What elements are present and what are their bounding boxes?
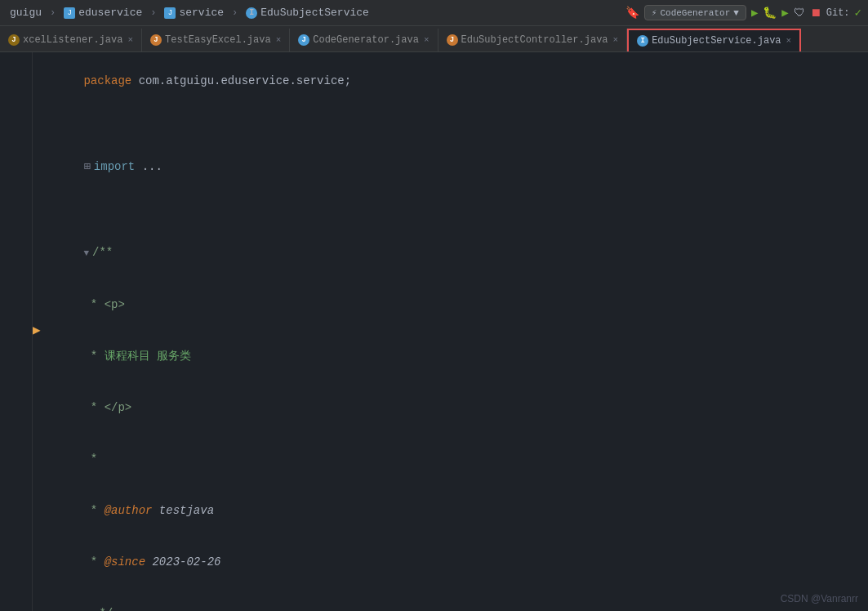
line-number-gutter: [0, 52, 33, 611]
code-line-doc-p2: * </p>: [42, 382, 868, 434]
nav-guigu[interactable]: guigu: [7, 5, 45, 20]
code-line-docstart: ▼/**: [42, 227, 868, 279]
doc-ast-author: *: [83, 504, 104, 517]
run2-icon[interactable]: ▶: [781, 6, 788, 20]
annotation-author: @author: [105, 504, 153, 517]
bookmark-icon[interactable]: 🔖: [625, 6, 639, 20]
code-line-doc-end: ▼ */: [42, 588, 868, 611]
fold-import-icon[interactable]: ⊞: [83, 160, 90, 173]
tab-label-test: TestEasyExcel.java: [165, 34, 271, 46]
pkg-semi: ;: [345, 74, 351, 87]
dropdown-arrow-icon: ▼: [733, 8, 739, 18]
service-file-icon: J: [164, 7, 176, 19]
tab-label-xcel: xcelListener.java: [23, 34, 122, 46]
code-line-doc-author: * @author testjava: [42, 485, 868, 537]
fold-doc-icon[interactable]: ▼: [83, 248, 89, 258]
tab-label-codegen: CodeGenerator.java: [313, 34, 419, 46]
stop-icon[interactable]: ⏹: [810, 7, 821, 20]
kw-import: import: [94, 160, 135, 173]
editor-area: package com.atguigu.eduservice.service; …: [0, 52, 868, 611]
tab-close-codegen[interactable]: ×: [424, 35, 430, 45]
doc-ast-since: *: [83, 555, 104, 569]
code-line-blank2: [42, 124, 868, 141]
interface-label: EduSubjectService: [260, 7, 369, 19]
tab-testeasyexcel[interactable]: J TestEasyExcel.java ×: [142, 29, 290, 51]
doc-close: */: [92, 607, 113, 611]
codegen-label: CodeGenerator: [660, 8, 730, 18]
pkg-name: com.atguigu.eduservice.service: [139, 74, 345, 87]
shield-icon[interactable]: 🛡: [794, 7, 805, 20]
nav-eduservice[interactable]: J eduservice: [60, 5, 145, 20]
code-line-blank3: [42, 193, 868, 210]
git-label: Git:: [826, 7, 850, 19]
sep3: ›: [232, 7, 238, 19]
tab-close-test[interactable]: ×: [276, 35, 282, 45]
import-dots: ...: [135, 160, 162, 173]
codegenerator-button[interactable]: ⚡ CodeGenerator ▼: [644, 5, 746, 20]
codegen-icon: ⚡: [652, 7, 657, 18]
annotation-since: @since: [105, 555, 145, 569]
doc-blank-ast: *: [83, 453, 97, 466]
tab-label-service: EduSubjectService.java: [652, 35, 781, 47]
code-line-blank4: [42, 210, 868, 227]
debug-icon[interactable]: 🐛: [763, 6, 777, 20]
guigu-label: guigu: [10, 7, 42, 19]
tab-label-controller: EduSubjectController.java: [461, 34, 608, 46]
code-line-1: package com.atguigu.eduservice.service;: [42, 56, 868, 107]
tab-codegenerator[interactable]: J CodeGenerator.java ×: [290, 29, 438, 51]
tab-close-xcel[interactable]: ×: [127, 35, 133, 45]
tabs-bar: J xcelListener.java × J TestEasyExcel.ja…: [0, 26, 868, 52]
nav-edusubjectservice[interactable]: I EduSubjectService: [243, 5, 372, 20]
breadcrumb-bar: guigu › J eduservice › J service › I Edu…: [0, 0, 868, 26]
code-line-doc-blank: *: [42, 434, 868, 485]
debug-arrow-icon: ▶: [33, 322, 41, 338]
tab-close-controller[interactable]: ×: [613, 35, 619, 45]
since-value: 2023-02-26: [145, 555, 220, 569]
tab-edusubjectcontroller[interactable]: J EduSubjectController.java ×: [438, 29, 628, 51]
sep1: ›: [50, 7, 56, 19]
doc-chinese-text: 课程科目 服务类: [105, 350, 191, 363]
code-line-doc-p1: * <p>: [42, 279, 868, 331]
author-value: testjava: [152, 504, 214, 517]
eduservice-label: eduservice: [78, 7, 142, 19]
tab-close-service[interactable]: ×: [786, 36, 792, 46]
tab-icon-controller: J: [447, 34, 458, 46]
service-label: service: [179, 7, 224, 19]
code-line-import: ⊞import ...: [42, 141, 868, 193]
tab-xcellistener[interactable]: J xcelListener.java ×: [0, 29, 142, 51]
tab-edusubjectservice[interactable]: I EduSubjectService.java ×: [627, 29, 801, 51]
nav-service[interactable]: J service: [161, 5, 227, 20]
code-line-blank1: [42, 107, 868, 124]
tab-icon-codegen: J: [298, 34, 309, 46]
doc-p-close: * </p>: [83, 401, 131, 414]
run-icon[interactable]: ▶: [751, 6, 758, 20]
eduservice-file-icon: J: [64, 7, 75, 19]
code-line-doc-since: * @since 2023-02-26: [42, 537, 868, 588]
code-editor[interactable]: package com.atguigu.eduservice.service; …: [33, 52, 868, 611]
tab-icon-xcel: J: [8, 34, 20, 46]
doc-open: /**: [92, 246, 113, 259]
checkmark-icon[interactable]: ✓: [855, 6, 861, 20]
sep2: ›: [150, 7, 156, 19]
tab-icon-test: J: [150, 34, 162, 46]
toolbar-right: 🔖 ⚡ CodeGenerator ▼ ▶ 🐛 ▶ 🛡 ⏹ Git: ✓: [625, 5, 861, 20]
code-line-doc-chinese: * 课程科目 服务类: [42, 331, 868, 382]
interface-icon: I: [246, 7, 257, 19]
tab-icon-service: I: [637, 35, 648, 47]
doc-p-open: * <p>: [83, 298, 124, 311]
doc-asterisk1: *: [83, 350, 104, 363]
kw-package: package: [83, 74, 138, 87]
watermark: CSDN @Vanranrr: [781, 593, 858, 604]
